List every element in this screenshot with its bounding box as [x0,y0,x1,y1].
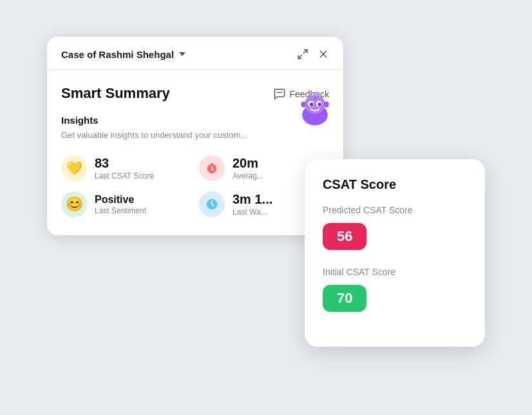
sentiment-value: Positive [95,194,146,206]
insights-section-title: Insights [61,115,329,126]
initial-value: 70 [323,285,366,312]
insights-section-desc: Get valuable insights to understand your… [61,130,329,141]
csat-card: CSAT Score Predicted CSAT Score 56 Initi… [305,159,485,347]
case-title: Case of Rashmi Shehgal [61,49,174,60]
robot-svg [292,87,338,133]
metric-time-info: 20m Averag... [233,156,263,180]
svg-point-16 [301,102,305,108]
predicted-label: Predicted CSAT Score [323,205,467,215]
csat-label: Last CSAT Score [95,171,154,180]
title-row: Case of Rashmi Shehgal [61,49,185,60]
feedback-icon [273,88,286,101]
heart-icon: 💛 [66,160,82,176]
smart-summary-title: Smart Summary [61,85,170,102]
close-icon [318,48,329,60]
header-actions [297,48,329,60]
wait-label: Last Wa... [233,208,272,217]
main-card: Case of Rashmi Shehgal [47,37,343,235]
initial-label: Initial CSAT Score [323,267,467,277]
chevron-down-icon[interactable] [179,52,185,56]
csat-icon-wrap: 💛 [61,155,87,181]
card-header: Case of Rashmi Shehgal [47,37,343,70]
sentiment-icon-wrap: 😊 [61,191,87,217]
metric-csat-info: 83 Last CSAT Score [95,156,154,180]
time-value: 20m [233,156,263,171]
svg-point-13 [318,102,321,106]
svg-point-12 [310,102,313,106]
metric-sentiment: 😊 Positive Last Sentiment [61,191,191,217]
close-button[interactable] [318,48,329,60]
csat-value: 83 [95,156,154,171]
wait-icon-wrap [199,191,225,217]
metrics-grid: 💛 83 Last CSAT Score [61,155,329,217]
expand-button[interactable] [297,48,309,60]
expand-icon [297,48,309,60]
clock-icon [205,197,219,211]
csat-card-title: CSAT Score [323,177,467,192]
predicted-value: 56 [323,223,366,250]
wait-value: 3m 1... [233,192,272,207]
metric-csat: 💛 83 Last CSAT Score [61,155,191,181]
robot-avatar [292,87,338,133]
timer-icon [205,161,219,175]
sentiment-label: Last Sentiment [95,206,146,215]
svg-point-17 [324,102,328,108]
metric-sentiment-info: Positive Last Sentiment [95,194,146,215]
smile-icon: 😊 [66,196,83,213]
metric-wait-info: 3m 1... Last Wa... [233,192,272,217]
svg-point-15 [312,92,317,96]
time-icon-wrap [199,155,225,181]
time-label: Averag... [233,171,263,180]
